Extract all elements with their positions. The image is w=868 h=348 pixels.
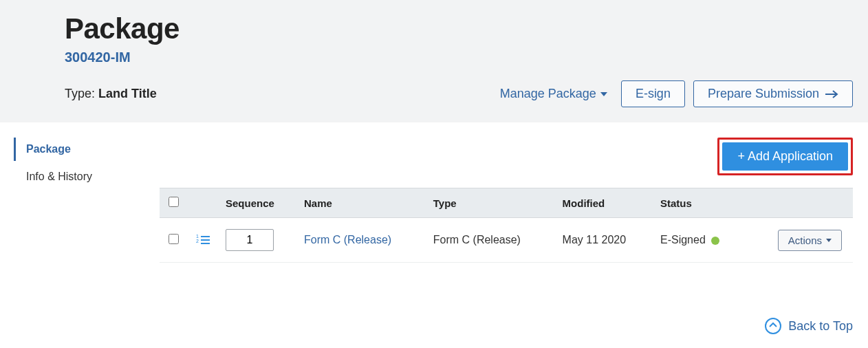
- application-status: E-Signed: [660, 234, 706, 246]
- prepare-submission-button[interactable]: Prepare Submission: [693, 80, 853, 107]
- caret-down-icon: [600, 92, 607, 96]
- row-actions-label: Actions: [788, 235, 822, 246]
- manage-package-dropdown[interactable]: Manage Package: [495, 83, 613, 105]
- sidebar-item-info-history[interactable]: Info & History: [14, 165, 160, 188]
- sidebar-item-package[interactable]: Package: [14, 138, 160, 161]
- esign-button[interactable]: E-sign: [621, 80, 685, 107]
- application-name-link[interactable]: Form C (Release): [304, 234, 391, 246]
- main-content: + Add Application Sequence Name Type Mod…: [160, 138, 868, 263]
- status-dot-icon: [711, 237, 719, 245]
- svg-text:2: 2: [196, 239, 199, 243]
- table-header-row: Sequence Name Type Modified Status: [160, 188, 853, 218]
- application-type: Form C (Release): [433, 234, 521, 246]
- sidebar: Package Info & History: [0, 138, 160, 263]
- add-application-label: + Add Application: [737, 149, 833, 163]
- caret-down-icon: [826, 239, 832, 242]
- sidebar-item-label: Package: [26, 143, 71, 155]
- manage-package-label: Manage Package: [500, 87, 596, 101]
- sidebar-item-label: Info & History: [26, 171, 92, 182]
- add-application-highlight: + Add Application: [717, 138, 853, 175]
- svg-text:1: 1: [196, 234, 199, 239]
- arrow-up-circle-icon[interactable]: [765, 318, 781, 334]
- type-value: Land Title: [98, 87, 157, 100]
- col-type: Type: [428, 188, 557, 218]
- back-to-top: Back to Top: [0, 263, 868, 348]
- body-region: Package Info & History + Add Application…: [0, 122, 868, 263]
- col-modified: Modified: [557, 188, 655, 218]
- esign-label: E-sign: [636, 87, 671, 101]
- application-modified: May 11 2020: [563, 234, 627, 246]
- row-checkbox[interactable]: [169, 234, 179, 244]
- arrow-right-icon: [825, 89, 838, 99]
- col-select-all: [160, 188, 187, 218]
- header-region: Package 300420-IM Type: Land Title Manag…: [0, 0, 868, 122]
- table-row: 1 2 Form C (Release): [160, 218, 853, 263]
- package-id: 300420-IM: [65, 50, 853, 65]
- reorder-icon[interactable]: 1 2: [193, 234, 215, 246]
- col-reorder: [187, 188, 220, 218]
- col-name: Name: [299, 188, 428, 218]
- type-prefix: Type:: [65, 87, 98, 100]
- back-to-top-label[interactable]: Back to Top: [788, 319, 853, 334]
- header-actions: Manage Package E-sign Prepare Submission: [495, 80, 853, 107]
- page-title: Package: [65, 12, 853, 45]
- svg-point-6: [766, 318, 781, 334]
- prepare-submission-label: Prepare Submission: [708, 87, 819, 101]
- col-status: Status: [655, 188, 747, 218]
- sequence-input[interactable]: [226, 229, 274, 251]
- col-actions: [747, 188, 853, 218]
- add-application-button[interactable]: + Add Application: [722, 142, 848, 171]
- package-type: Type: Land Title: [65, 87, 157, 101]
- col-sequence: Sequence: [220, 188, 299, 218]
- select-all-checkbox[interactable]: [169, 197, 179, 207]
- applications-table: Sequence Name Type Modified Status: [160, 188, 853, 263]
- row-actions-button[interactable]: Actions: [778, 230, 842, 251]
